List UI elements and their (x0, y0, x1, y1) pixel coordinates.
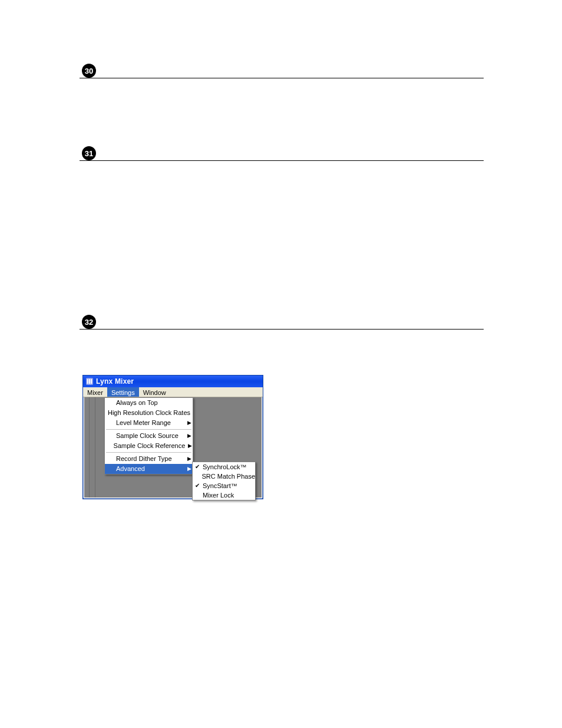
menu-item-label: High Resolution Clock Rates (106, 408, 193, 418)
menu-window[interactable]: Window (139, 387, 170, 397)
menubar: Mixer Settings Window (83, 387, 263, 397)
menu-mixer[interactable]: Mixer (83, 387, 107, 397)
menu-advanced[interactable]: Advanced ▶ (105, 464, 193, 474)
menu-always-on-top[interactable]: Always on Top (105, 398, 193, 408)
submenu-mixer-lock[interactable]: Mixer Lock (193, 490, 255, 500)
submenu-label: SynchroLock™ (202, 462, 255, 472)
submenu-label: Mixer Lock (202, 490, 255, 500)
divider (80, 329, 484, 330)
settings-dropdown: Always on Top High Resolution Clock Rate… (104, 397, 193, 475)
submenu-arrow-icon: ▶ (186, 431, 193, 441)
divider (89, 397, 90, 498)
section-32: 32 (82, 315, 481, 329)
window-title: Lynx Mixer (96, 377, 134, 386)
menu-level-meter-range[interactable]: Level Meter Range ▶ (105, 418, 193, 428)
menu-high-res-clock-rates[interactable]: High Resolution Clock Rates (105, 408, 193, 418)
bullet-32: 32 (82, 315, 96, 329)
app-window: Lynx Mixer Mixer Settings Window Always … (82, 375, 263, 499)
submenu-src-match-phase[interactable]: SRC Match Phase (193, 472, 255, 481)
check-icon: ✔ (193, 481, 202, 490)
menu-item-label: Sample Clock Source (114, 431, 186, 441)
divider (80, 78, 484, 78)
section-31: 31 (82, 146, 481, 160)
submenu-label: SRC Match Phase (201, 472, 255, 481)
menu-separator (106, 452, 191, 453)
menu-record-dither-type[interactable]: Record Dither Type ▶ (105, 454, 193, 464)
submenu-synchrolock[interactable]: ✔ SynchroLock™ (193, 462, 255, 472)
svg-rect-3 (91, 379, 92, 384)
menu-item-label: Advanced (114, 464, 186, 474)
titlebar[interactable]: Lynx Mixer (83, 375, 263, 387)
menu-separator (106, 429, 191, 430)
advanced-submenu: ✔ SynchroLock™ SRC Match Phase ✔ SyncSta… (192, 462, 256, 500)
menu-item-label: Record Dither Type (114, 454, 186, 464)
svg-rect-1 (87, 379, 88, 384)
menu-sample-clock-source[interactable]: Sample Clock Source ▶ (105, 431, 193, 441)
svg-rect-2 (89, 379, 90, 384)
submenu-arrow-icon: ▶ (186, 418, 193, 428)
bullet-31: 31 (82, 146, 96, 160)
divider (80, 160, 484, 161)
menu-item-label: Always on Top (114, 398, 193, 408)
check-icon: ✔ (193, 462, 202, 472)
submenu-syncstart[interactable]: ✔ SyncStart™ (193, 481, 255, 490)
bullet-30: 30 (82, 64, 96, 78)
submenu-label: SyncStart™ (202, 481, 255, 490)
menu-item-label: Level Meter Range (114, 418, 186, 428)
app-icon (85, 377, 94, 386)
menu-settings[interactable]: Settings (107, 387, 139, 397)
menu-sample-clock-reference[interactable]: Sample Clock Reference ▶ (105, 441, 193, 451)
section-30: 30 (82, 64, 481, 78)
menu-item-label: Sample Clock Reference (112, 441, 188, 451)
divider (95, 397, 95, 498)
submenu-arrow-icon: ▶ (187, 441, 193, 451)
